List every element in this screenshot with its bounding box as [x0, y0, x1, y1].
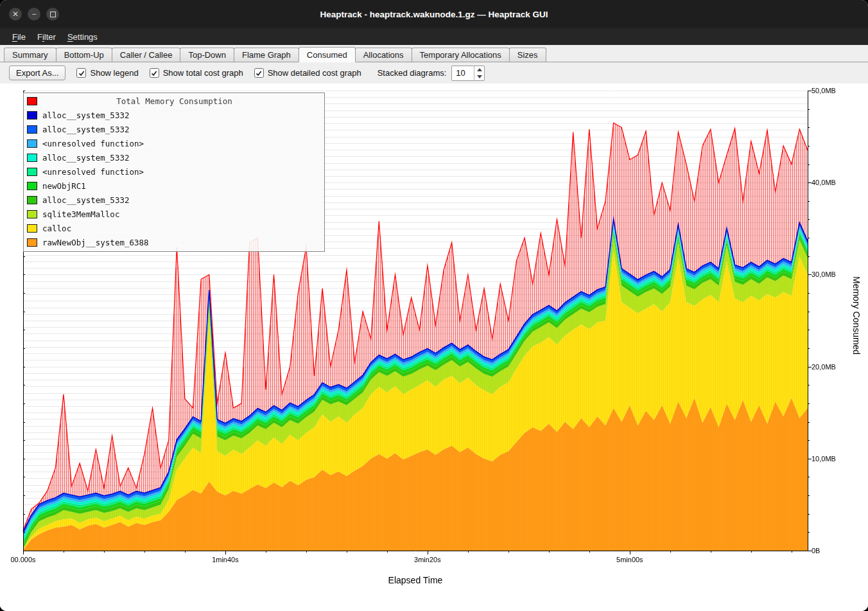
tab-temporary-allocations[interactable]: Temporary Allocations: [412, 48, 510, 62]
legend-item-label: <unresolved function>: [42, 139, 144, 148]
app-window: ✕ − Heaptrack - heaptrack.wakunode.1.gz …: [0, 0, 868, 611]
close-icon: ✕: [12, 10, 19, 18]
legend-item-label: alloc__system_5332: [42, 125, 129, 134]
x-axis-tick-label: 1min40s: [200, 556, 251, 563]
close-button[interactable]: ✕: [9, 8, 22, 21]
tab-caller-callee[interactable]: Caller / Callee: [112, 48, 181, 62]
legend-item: alloc__system_5332: [24, 108, 324, 122]
legend-item-label: newObjRC1: [42, 181, 86, 191]
tab-top-down[interactable]: Top-Down: [180, 48, 234, 62]
spinbox-arrows: [474, 66, 484, 80]
legend-swatch: [27, 97, 37, 105]
legend-swatch: [27, 224, 37, 233]
checkbox-check-icon: [150, 69, 158, 77]
legend-item: sqlite3MemMalloc: [24, 207, 324, 221]
legend-item: alloc__system_5332: [24, 122, 324, 136]
minimize-icon: −: [31, 10, 36, 18]
maximize-icon: [50, 12, 56, 17]
tab-flame-graph[interactable]: Flame Graph: [234, 48, 299, 62]
legend-swatch: [27, 139, 37, 148]
legend-item-label: alloc__system_5332: [42, 195, 129, 205]
legend-swatch: [27, 182, 37, 190]
stacked-diagrams-label: Stacked diagrams:: [378, 68, 447, 78]
legend-title: Total Memory Consumption: [42, 96, 306, 106]
stacked-diagrams-control: Stacked diagrams: 10: [378, 66, 485, 81]
chart-legend: Total Memory Consumptionalloc__system_53…: [23, 93, 325, 252]
titlebar: ✕ − Heaptrack - heaptrack.wakunode.1.gz …: [0, 0, 868, 28]
stacked-diagrams-spinbox[interactable]: 10: [451, 66, 485, 81]
export-as-button[interactable]: Export As...: [9, 66, 65, 80]
tab-summary[interactable]: Summary: [4, 48, 56, 62]
tab-consumed[interactable]: Consumed: [299, 47, 356, 62]
x-axis-tick-label: 00.000s: [0, 556, 49, 563]
legend-item: calloc: [24, 221, 324, 235]
checkbox-label: Show detailed cost graph: [268, 68, 361, 78]
x-axis-title: Elapsed Time: [23, 575, 808, 585]
legend-item-label: <unresolved function>: [42, 167, 144, 177]
y-axis-tick-label: 10,0MB: [812, 455, 836, 463]
toolbar: Export As... Show legendShow total cost …: [0, 62, 868, 84]
legend-swatch: [27, 168, 37, 176]
checkbox-box[interactable]: [254, 68, 264, 78]
menu-file[interactable]: File: [6, 30, 31, 44]
window-title: Heaptrack - heaptrack.wakunode.1.gz — He…: [0, 10, 868, 19]
menu-bar: FileFilterSettings: [0, 28, 868, 45]
legend-item-label: rawNewObj__system_6388: [42, 238, 149, 247]
legend-item: <unresolved function>: [24, 164, 324, 179]
x-axis-tick-label: 5min00s: [604, 556, 655, 563]
window-controls: ✕ −: [9, 8, 59, 21]
menu-filter[interactable]: Filter: [31, 30, 62, 44]
legend-item-label: sqlite3MemMalloc: [42, 209, 119, 219]
checkbox-show-legend[interactable]: Show legend: [76, 68, 138, 78]
minimize-button[interactable]: −: [28, 8, 40, 21]
checkbox-label: Show legend: [90, 68, 138, 78]
checkbox-label: Show total cost graph: [163, 68, 243, 78]
spin-up-button[interactable]: [474, 66, 484, 73]
legend-swatch: [27, 111, 37, 120]
legend-swatch: [27, 125, 37, 134]
legend-item: <unresolved function>: [24, 136, 324, 150]
legend-item: newObjRC1: [24, 179, 324, 193]
tab-sizes[interactable]: Sizes: [509, 48, 546, 62]
legend-swatch: [27, 154, 37, 162]
legend-swatch: [27, 196, 37, 204]
tab-allocations[interactable]: Allocations: [355, 48, 412, 62]
stacked-diagrams-value[interactable]: 10: [452, 66, 474, 80]
chart-area: Total Memory Consumptionalloc__system_53…: [0, 84, 868, 611]
spin-down-button[interactable]: [474, 73, 484, 80]
tab-bottom-up[interactable]: Bottom-Up: [56, 48, 112, 62]
legend-title-row: Total Memory Consumption: [24, 94, 324, 108]
legend-swatch: [27, 238, 37, 247]
checkbox-box[interactable]: [150, 68, 159, 78]
tab-bar: SummaryBottom-UpCaller / CalleeTop-DownF…: [0, 45, 868, 62]
y-axis-tick-label: 40,0MB: [812, 179, 836, 186]
toolbar-checkboxes: Show legendShow total cost graphShow det…: [76, 68, 361, 78]
y-axis-tick-label: 50,0MB: [812, 87, 836, 94]
spin-up-icon: [477, 68, 482, 71]
spin-down-icon: [477, 75, 482, 78]
checkbox-show-total-cost-graph[interactable]: Show total cost graph: [150, 68, 243, 78]
maximize-button[interactable]: [46, 8, 59, 21]
checkbox-box[interactable]: [76, 68, 86, 78]
menu-settings[interactable]: Settings: [62, 30, 103, 44]
legend-item-label: alloc__system_5332: [42, 111, 129, 120]
checkbox-show-detailed-cost-graph[interactable]: Show detailed cost graph: [254, 68, 361, 78]
y-axis-tick-label: 30,0MB: [812, 270, 836, 278]
checkbox-check-icon: [255, 69, 263, 77]
x-axis-tick-label: 3min20s: [402, 556, 453, 563]
checkbox-check-icon: [78, 69, 85, 77]
y-axis-tick-label: 20,0MB: [812, 363, 836, 371]
legend-swatch: [27, 210, 37, 218]
legend-item-label: alloc__system_5332: [42, 153, 129, 163]
legend-item-label: calloc: [42, 224, 71, 233]
legend-item: alloc__system_5332: [24, 150, 324, 164]
y-axis-tick-label: 0B: [812, 547, 820, 554]
legend-item: alloc__system_5332: [24, 193, 324, 207]
y-axis-title: Memory Consumed: [851, 276, 862, 355]
legend-item: rawNewObj__system_6388: [24, 235, 324, 249]
